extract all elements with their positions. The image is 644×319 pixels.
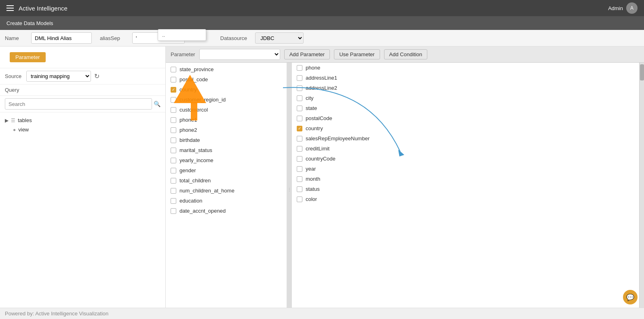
col-checkbox[interactable] bbox=[297, 116, 302, 121]
left-col-item[interactable]: customercol bbox=[166, 105, 287, 115]
top-nav: Active Intelligence Admin A bbox=[0, 0, 644, 16]
search-input[interactable] bbox=[5, 98, 152, 110]
col-checkbox[interactable] bbox=[297, 186, 302, 192]
right-columns-inner: phoneaddressLine1addressLine2citystatepo… bbox=[292, 63, 639, 204]
search-icon-button[interactable]: 🔍 bbox=[154, 101, 160, 107]
view-label: view bbox=[18, 127, 29, 133]
col-label: color bbox=[306, 196, 317, 202]
col-checkbox[interactable] bbox=[297, 156, 302, 162]
col-label: country bbox=[306, 125, 323, 131]
col-checkbox[interactable] bbox=[171, 107, 176, 113]
left-col-item[interactable]: state_province bbox=[166, 64, 287, 74]
parameter-tab[interactable]: Parameter bbox=[10, 52, 46, 62]
right-panel: Parameter Add Parameter Use Parameter Ad… bbox=[166, 46, 644, 319]
left-column-list: state_provincepostal_codecountrycustomer… bbox=[166, 63, 287, 316]
left-col-item[interactable]: marital_status bbox=[166, 145, 287, 155]
right-col-item[interactable]: city bbox=[292, 93, 639, 103]
left-col-item[interactable]: birthdate bbox=[166, 135, 287, 145]
col-checkbox[interactable] bbox=[297, 166, 302, 172]
source-select[interactable]: training mapping bbox=[26, 71, 91, 82]
col-label: phone2 bbox=[179, 127, 197, 133]
left-col-item[interactable]: num_children_at_home bbox=[166, 186, 287, 196]
tree-item-tables[interactable]: ▶ ☰ tables bbox=[5, 116, 160, 125]
hamburger-menu[interactable] bbox=[6, 5, 14, 11]
col-checkbox[interactable] bbox=[171, 97, 176, 103]
right-col-item[interactable]: countryCode bbox=[292, 154, 639, 164]
col-checkbox[interactable] bbox=[297, 136, 302, 142]
right-col-item[interactable]: creditLimit bbox=[292, 144, 639, 154]
view-icon: ● bbox=[13, 127, 16, 133]
col-checkbox[interactable] bbox=[171, 77, 176, 82]
right-col-item[interactable]: phone bbox=[292, 63, 639, 73]
column-divider[interactable]: ⋮ bbox=[287, 63, 292, 316]
col-checkbox[interactable] bbox=[297, 95, 302, 101]
right-col-item[interactable]: country bbox=[292, 123, 639, 133]
use-parameter-button[interactable]: Use Parameter bbox=[334, 49, 380, 59]
left-col-item[interactable]: country bbox=[166, 85, 287, 95]
left-col-item[interactable]: total_children bbox=[166, 175, 287, 186]
left-col-item[interactable]: phone2 bbox=[166, 125, 287, 135]
right-col-item[interactable]: color bbox=[292, 194, 639, 204]
right-col-item[interactable]: addressLine1 bbox=[292, 73, 639, 83]
chat-button[interactable]: 💬 bbox=[623, 290, 638, 304]
left-col-item[interactable]: phone1 bbox=[166, 115, 287, 125]
col-checkbox[interactable] bbox=[297, 126, 302, 131]
parameter-select[interactable] bbox=[199, 49, 280, 60]
col-label: phone bbox=[306, 65, 320, 71]
col-checkbox[interactable] bbox=[171, 117, 176, 123]
nav-left: Active Intelligence bbox=[6, 5, 68, 12]
tree-area: ▶ ☰ tables ● view bbox=[0, 112, 165, 319]
col-label: countryCode bbox=[306, 156, 336, 162]
col-checkbox[interactable] bbox=[297, 75, 302, 81]
tree-item-view[interactable]: ● view bbox=[5, 125, 160, 134]
name-input[interactable] bbox=[31, 32, 92, 44]
right-col-item[interactable]: salesRepEmployeeNumber bbox=[292, 133, 639, 144]
left-col-item[interactable]: postal_code bbox=[166, 74, 287, 85]
col-label: date_accnt_opened bbox=[179, 208, 226, 214]
col-checkbox[interactable] bbox=[171, 137, 176, 143]
param-header-label: Parameter bbox=[171, 51, 195, 57]
col-checkbox[interactable] bbox=[171, 178, 176, 184]
col-checkbox[interactable] bbox=[297, 176, 302, 182]
col-checkbox[interactable] bbox=[171, 208, 176, 214]
right-col-item[interactable]: status bbox=[292, 184, 639, 194]
refresh-button[interactable]: ↻ bbox=[94, 72, 99, 80]
col-label: status bbox=[306, 186, 320, 192]
divider-icon: ⋮ bbox=[287, 187, 291, 192]
col-checkbox[interactable] bbox=[171, 168, 176, 173]
col-checkbox[interactable] bbox=[297, 196, 302, 202]
right-col-item[interactable]: year bbox=[292, 164, 639, 174]
page-title: Create Data Models bbox=[6, 20, 53, 26]
right-col-item[interactable]: postalCode bbox=[292, 113, 639, 123]
col-label: country bbox=[179, 87, 197, 93]
col-checkbox[interactable] bbox=[297, 65, 302, 71]
left-col-item[interactable]: customer_region_id bbox=[166, 95, 287, 105]
left-col-item[interactable]: yearly_income bbox=[166, 155, 287, 165]
col-checkbox[interactable] bbox=[171, 87, 176, 93]
col-checkbox[interactable] bbox=[171, 67, 176, 72]
left-col-item[interactable]: gender bbox=[166, 165, 287, 175]
vertical-scrollbar[interactable] bbox=[639, 63, 644, 316]
datasource-select[interactable]: JDBC bbox=[255, 32, 304, 44]
add-condition-button[interactable]: Add Condition bbox=[384, 49, 428, 59]
right-col-item[interactable]: addressLine2 bbox=[292, 83, 639, 93]
col-checkbox[interactable] bbox=[171, 158, 176, 163]
left-columns-inner: state_provincepostal_codecountrycustomer… bbox=[166, 63, 287, 218]
col-checkbox[interactable] bbox=[297, 106, 302, 111]
left-col-item[interactable]: education bbox=[166, 196, 287, 206]
col-checkbox[interactable] bbox=[297, 146, 302, 152]
left-col-item[interactable]: date_accnt_opened bbox=[166, 206, 287, 216]
col-checkbox[interactable] bbox=[297, 85, 302, 91]
admin-label: Admin bbox=[608, 5, 623, 11]
dropdown-text: .. bbox=[162, 32, 165, 38]
col-checkbox[interactable] bbox=[171, 148, 176, 153]
right-col-item[interactable]: state bbox=[292, 103, 639, 113]
col-label: postal_code bbox=[179, 76, 208, 82]
col-checkbox[interactable] bbox=[171, 188, 176, 194]
right-col-item[interactable]: month bbox=[292, 174, 639, 184]
columns-area: state_provincepostal_codecountrycustomer… bbox=[166, 63, 644, 316]
main-content: Parameter Source training mapping ↻ Quer… bbox=[0, 46, 644, 319]
col-checkbox[interactable] bbox=[171, 127, 176, 133]
col-checkbox[interactable] bbox=[171, 198, 176, 204]
add-parameter-button[interactable]: Add Parameter bbox=[284, 49, 330, 59]
